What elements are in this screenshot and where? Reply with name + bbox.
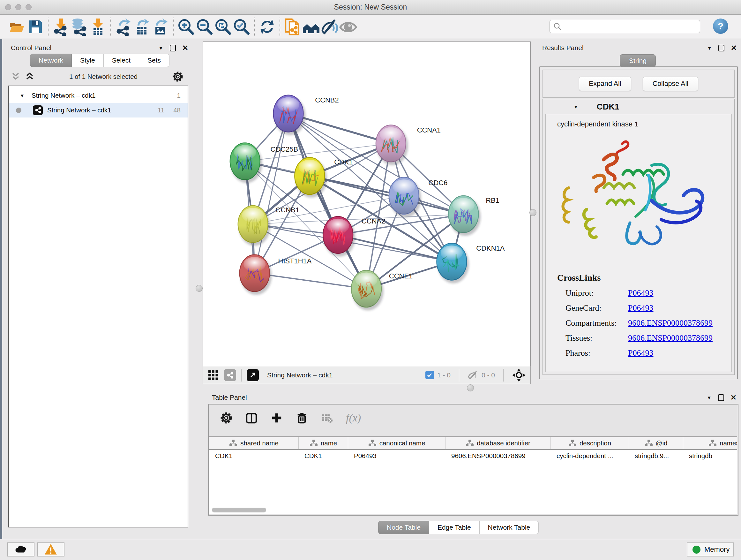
- crosslink-link[interactable]: P06493: [628, 303, 653, 313]
- network-options-gear-icon[interactable]: [172, 71, 183, 82]
- selected-checkbox-icon[interactable]: [425, 371, 434, 379]
- table-options-gear-icon[interactable]: [220, 412, 232, 424]
- horizontal-scrollbar-thumb[interactable]: [212, 508, 266, 512]
- open-session-button[interactable]: [8, 17, 26, 37]
- collapse-all-button[interactable]: Collapse All: [643, 77, 698, 91]
- network-node-CCNE1[interactable]: [351, 270, 384, 311]
- network-node-label: CDK1: [334, 158, 353, 166]
- export-network-button[interactable]: [114, 17, 133, 37]
- save-session-button[interactable]: [26, 17, 45, 37]
- tab-network-table[interactable]: Network Table: [480, 521, 539, 534]
- tab-edge-table[interactable]: Edge Table: [429, 521, 480, 534]
- crosslink-link[interactable]: P06493: [628, 288, 653, 298]
- fit-content-button[interactable]: [214, 17, 232, 37]
- search-box[interactable]: [549, 20, 700, 33]
- add-column-icon[interactable]: [271, 412, 283, 424]
- column-type-icon: [568, 439, 577, 447]
- close-panel-icon[interactable]: ✕: [731, 44, 737, 52]
- table-cell[interactable]: 9606.ENSP00000378699: [446, 452, 551, 460]
- search-input[interactable]: [562, 21, 700, 32]
- table-cell[interactable]: stringdb: [683, 452, 737, 460]
- network-node-RB1[interactable]: [448, 196, 481, 236]
- network-node-CCNB2[interactable]: [273, 95, 306, 135]
- zoom-selected-button[interactable]: [232, 17, 251, 37]
- string-hide-structures-button[interactable]: [320, 17, 339, 37]
- tab-network[interactable]: Network: [30, 54, 72, 67]
- network-node-CDK1[interactable]: [294, 158, 327, 198]
- float-panel-icon[interactable]: [718, 45, 724, 51]
- save-floppy-icon: [27, 18, 44, 35]
- column-header-database-identifier[interactable]: database identifier: [446, 437, 551, 449]
- network-view-canvas[interactable]: CCNB2CCNA1CDC25BCDK1CDC6RB1CCNB1CCNA2CDK…: [203, 42, 531, 366]
- memory-button[interactable]: Memory: [687, 543, 734, 557]
- hidden-eye-slash-icon: [468, 370, 478, 381]
- network-node-CCNA1[interactable]: [376, 125, 408, 165]
- tree-expand-icon[interactable]: ▼: [20, 93, 24, 98]
- network-collection-row[interactable]: ▼ String Network – cdk1 1: [9, 88, 188, 103]
- panel-menu-icon[interactable]: ▼: [158, 45, 163, 51]
- network-node-CDC6[interactable]: [389, 177, 421, 217]
- tab-sets[interactable]: Sets: [139, 54, 170, 67]
- close-panel-icon[interactable]: ✕: [182, 44, 188, 52]
- string-grayscale-eye-button[interactable]: [339, 17, 357, 37]
- network-node-CDC25B[interactable]: [230, 143, 262, 183]
- import-network-file-button[interactable]: [52, 17, 70, 37]
- cdk1-section-header[interactable]: ▼ CDK1: [543, 99, 734, 114]
- crosslink-link[interactable]: P06493: [628, 348, 653, 358]
- float-panel-icon[interactable]: [170, 45, 176, 51]
- help-button[interactable]: ?: [713, 18, 728, 34]
- expand-all-button[interactable]: Expand All: [579, 77, 631, 91]
- column-header-namespace[interactable]: namespace: [683, 437, 737, 449]
- crosslink-link[interactable]: 9606.ENSP00000378699: [628, 333, 713, 343]
- panel-menu-icon[interactable]: ▼: [707, 45, 712, 51]
- panel-menu-icon[interactable]: ▼: [707, 395, 712, 400]
- float-panel-icon[interactable]: [718, 394, 724, 401]
- string-copy-network-button[interactable]: [283, 17, 302, 37]
- birdseye-navigator-icon[interactable]: [512, 368, 526, 382]
- network-node-CCNB1[interactable]: [238, 206, 270, 246]
- column-header-canonical-name[interactable]: canonical name: [348, 437, 446, 449]
- network-node-CDKN1A[interactable]: [437, 243, 469, 284]
- collapse-all-icon[interactable]: [11, 72, 20, 81]
- tab-string[interactable]: String: [620, 54, 656, 67]
- tab-select[interactable]: Select: [104, 54, 139, 67]
- table-cell[interactable]: P06493: [348, 452, 446, 460]
- import-table-file-button[interactable]: [89, 17, 107, 37]
- import-network-database-button[interactable]: [70, 17, 89, 37]
- expand-all-icon[interactable]: [25, 72, 35, 81]
- toolbar-separator: [111, 17, 111, 36]
- column-header-shared-name[interactable]: shared name: [209, 437, 299, 449]
- detach-view-icon[interactable]: [247, 369, 259, 381]
- network-share-icon[interactable]: [224, 369, 236, 381]
- table-header-row: shared namenamecanonical namedatabase id…: [209, 436, 737, 450]
- network-row-selected[interactable]: String Network – cdk1 11 48: [9, 103, 188, 118]
- table-cell[interactable]: CDK1: [209, 452, 299, 460]
- update-network-button[interactable]: [258, 17, 276, 37]
- zoom-in-button[interactable]: [177, 17, 195, 37]
- column-header-description[interactable]: description: [551, 437, 629, 449]
- cloud-status-button[interactable]: [7, 543, 35, 557]
- crosslink-link[interactable]: 9606.ENSP00000378699: [628, 318, 713, 328]
- export-table-button[interactable]: [133, 17, 151, 37]
- string-homology-button[interactable]: [302, 17, 320, 37]
- column-header--id[interactable]: @id: [629, 437, 683, 449]
- table-row[interactable]: CDK1CDK1P064939606.ENSP00000378699cyclin…: [209, 450, 737, 462]
- close-panel-icon[interactable]: ✕: [731, 394, 737, 401]
- delete-column-icon[interactable]: [295, 412, 308, 424]
- tab-node-table[interactable]: Node Table: [378, 521, 429, 534]
- network-node-CCNA2[interactable]: [323, 216, 355, 257]
- tab-style[interactable]: Style: [72, 54, 104, 67]
- table-cell[interactable]: cyclin-dependent ...: [551, 452, 629, 460]
- show-columns-icon[interactable]: [245, 412, 258, 424]
- table-cell[interactable]: CDK1: [299, 452, 348, 460]
- network-node-HIST1H1A[interactable]: [240, 255, 272, 295]
- zoom-out-button[interactable]: [195, 17, 214, 37]
- section-collapse-icon[interactable]: ▼: [574, 104, 578, 110]
- table-cell[interactable]: stringdb:9...: [629, 452, 683, 460]
- export-image-button[interactable]: [151, 17, 170, 37]
- left-splitter-handle[interactable]: [196, 285, 203, 292]
- warning-status-button[interactable]: [37, 543, 64, 557]
- control-panel-tabs: Network Style Select Sets: [30, 54, 170, 67]
- show-grid-icon[interactable]: [207, 369, 219, 381]
- column-header-name[interactable]: name: [299, 437, 348, 449]
